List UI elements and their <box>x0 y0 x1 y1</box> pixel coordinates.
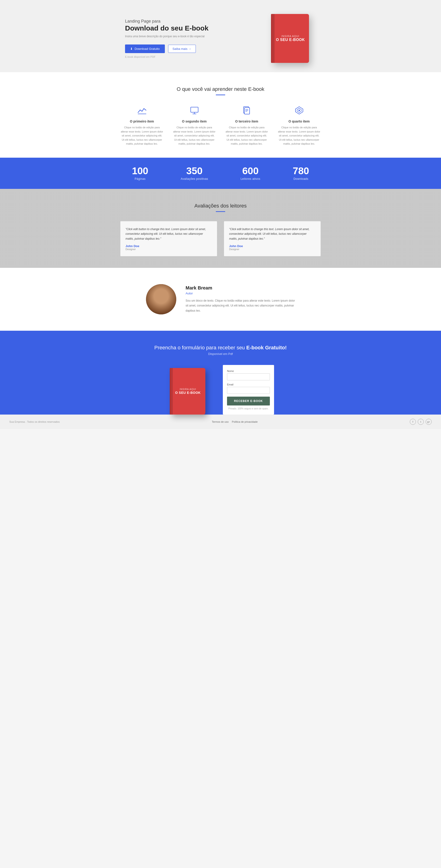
stat-downloads: 780 Downloads <box>293 166 309 181</box>
hero-subtitle: Landing Page para <box>125 19 223 24</box>
svg-rect-0 <box>191 107 198 112</box>
cta-subtitle: Disponível em Pdf <box>0 352 441 355</box>
cta-title-text: Preencha o formulário para receber seu <box>154 345 246 350</box>
cta-book-title: O SEU E-BOOK <box>172 391 203 395</box>
stat-pages-label: Páginas <box>132 177 148 181</box>
stat-pages-number: 100 <box>132 166 148 176</box>
cta-content: INSIRA AQUI O SEU E-BOOK Nome Email RECE… <box>127 365 314 414</box>
form-email-field: Email <box>227 383 270 394</box>
feature-desc-3: Clique no botão de edição para alterar e… <box>225 126 268 146</box>
stats-inner: 100 Páginas 350 Avaliações positivas 600… <box>116 166 325 181</box>
reviews-grid: "Click edit button to change this text. … <box>120 221 321 256</box>
svg-point-10 <box>298 110 300 111</box>
author-info: Mark Bream Autor Sou um bloco de texto. … <box>186 285 295 313</box>
download-icon: ⬇ <box>130 47 133 51</box>
googleplus-icon[interactable]: g+ <box>426 419 432 425</box>
twitter-icon[interactable]: t <box>418 419 424 425</box>
feature-desc-4: Clique no botão de edição para alterar e… <box>278 126 321 146</box>
stat-readers-label: Leitores ativos <box>241 177 260 181</box>
form-name-input[interactable] <box>227 373 270 380</box>
feature-desc-2: Clique no botão de edição para alterar e… <box>173 126 216 146</box>
svg-rect-4 <box>245 107 250 114</box>
download-button[interactable]: ⬇ Download Gratuito <box>125 44 165 53</box>
feature-item-1: O primeiro item Clique no botão de ediçã… <box>120 104 163 146</box>
author-bio: Sou um bloco de texto. Clique no botão e… <box>186 298 295 313</box>
review-text-2: "Click edit button to change this text. … <box>229 227 315 241</box>
stat-downloads-label: Downloads <box>293 177 309 181</box>
author-role: Autor <box>186 291 295 295</box>
form-email-input[interactable] <box>227 387 270 394</box>
facebook-icon[interactable]: f <box>410 419 416 425</box>
footer: Sua Empresa - Todos os direitos reservad… <box>0 414 441 429</box>
reviews-section-underline <box>216 211 225 212</box>
cta-title: Preencha o formulário para receber seu E… <box>0 345 441 351</box>
stat-reviews-label: Avaliações positivas <box>181 177 208 181</box>
review-card-2: "Click edit button to change this text. … <box>224 221 321 256</box>
footer-social: f t g+ <box>410 419 432 425</box>
feature-item-4: O quarto item Clique no botão de edição … <box>278 104 321 146</box>
author-section: Mark Bream Autor Sou um bloco de texto. … <box>0 268 441 331</box>
stat-reviews-number: 350 <box>181 166 208 176</box>
cta-form: Nome Email RECEBER E-BOOK Privado. 100% … <box>223 365 274 414</box>
reviews-inner: Avaliações dos leitores "Click edit butt… <box>116 203 325 256</box>
reviewer-name-1: John Doe <box>126 244 212 248</box>
footer-privacy-link[interactable]: Política de privacidade <box>232 421 258 423</box>
stats-section: 100 Páginas 350 Avaliações positivas 600… <box>0 158 441 189</box>
footer-copyright: Sua Empresa - Todos os direitos reservad… <box>9 421 60 423</box>
form-name-label: Nome <box>227 370 270 372</box>
feature-name-4: O quarto item <box>278 120 321 123</box>
form-name-field: Nome <box>227 370 270 380</box>
feature-item-2: O segundo item Clique no botão de edição… <box>173 104 216 146</box>
author-avatar-image <box>146 284 176 314</box>
stat-readers: 600 Leitores ativos <box>241 166 260 181</box>
feature-item-3: O terceiro item Clique no botão de ediçã… <box>225 104 268 146</box>
book-label: INSIRA AQUI <box>282 35 299 37</box>
feature-icon-4 <box>293 104 305 116</box>
learn-section-underline <box>216 95 225 95</box>
hero-buttons: ⬇ Download Gratuito Saiba mais → <box>125 44 223 53</box>
stat-reviews: 350 Avaliações positivas <box>181 166 208 181</box>
cta-form-wrap: Nome Email RECEBER E-BOOK Privado. 100% … <box>223 365 274 414</box>
feature-desc-1: Clique no botão de edição para alterar e… <box>120 126 163 146</box>
hero-text-block: Landing Page para Download do seu E-book… <box>125 19 223 58</box>
hero-description: Insira uma breve descrição do porque seu… <box>125 35 223 38</box>
stat-pages: 100 Páginas <box>132 166 148 181</box>
hero-pdf-note: E-book disponível em PDF <box>125 55 223 58</box>
footer-links: Termos de uso Política de privacidade <box>212 421 258 423</box>
learn-section: O que você vai aprender neste E-book O p… <box>0 72 441 158</box>
book-title: O SEU E-BOOK <box>273 37 308 42</box>
reviewer-role-2: Designer <box>229 248 315 251</box>
footer-terms-link[interactable]: Termos de uso <box>212 421 229 423</box>
reviews-section-wrapper: Avaliações dos leitores "Click edit butt… <box>0 189 441 268</box>
reviews-section-title: Avaliações dos leitores <box>120 203 321 209</box>
form-submit-button[interactable]: RECEBER E-BOOK <box>227 397 270 405</box>
author-avatar <box>146 284 176 314</box>
cta-book-label: INSIRA AQUI <box>180 388 196 391</box>
stat-readers-number: 600 <box>241 166 260 176</box>
form-email-label: Email <box>227 383 270 386</box>
cta-title-bold: E-book Gratuito! <box>246 345 287 350</box>
cta-book-wrap: INSIRA AQUI O SEU E-BOOK <box>167 368 209 414</box>
feature-name-1: O primeiro item <box>120 120 163 123</box>
feature-icon-3 <box>241 104 253 116</box>
hero-title: Download do seu E-book <box>125 24 223 32</box>
reviewer-role-1: Designer <box>126 248 212 251</box>
feature-icon-1 <box>136 104 148 116</box>
author-name: Mark Bream <box>186 285 295 291</box>
cta-section: Preencha o formulário para receber seu E… <box>0 331 441 414</box>
reviewer-name-2: John Doe <box>229 244 315 248</box>
form-note: Privado. 100% seguro e sem de spam. <box>227 407 270 410</box>
reviews-section: Avaliações dos leitores "Click edit butt… <box>0 189 441 268</box>
hero-book-cover: INSIRA AQUI O SEU E-BOOK <box>265 14 316 63</box>
book-cover: INSIRA AQUI O SEU E-BOOK <box>272 14 309 63</box>
feature-name-3: O terceiro item <box>225 120 268 123</box>
learn-section-title: O que você vai aprender neste E-book <box>0 86 441 92</box>
cta-book-cover: INSIRA AQUI O SEU E-BOOK <box>170 368 206 414</box>
review-card-1: "Click edit button to change this text. … <box>120 221 217 256</box>
features-grid: O primeiro item Clique no botão de ediçã… <box>116 104 325 146</box>
author-inner: Mark Bream Autor Sou um bloco de texto. … <box>139 284 302 314</box>
learn-more-button[interactable]: Saiba mais → <box>168 45 196 53</box>
review-text-1: "Click edit button to change this text. … <box>126 227 212 241</box>
stat-downloads-number: 780 <box>293 166 309 176</box>
feature-icon-2 <box>189 104 200 116</box>
